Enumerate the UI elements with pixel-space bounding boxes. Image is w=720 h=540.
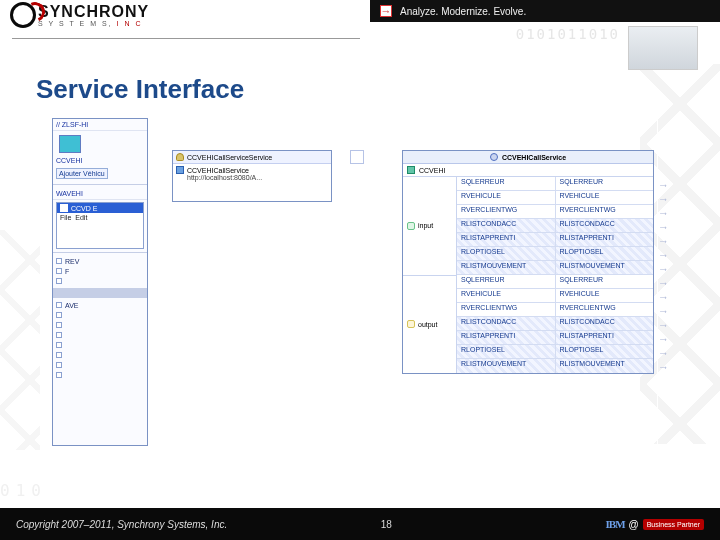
in-cell-b: RLOPTIOSEL [556,247,654,260]
decor-binary-digits: 0101011010 [516,26,620,42]
arrow-right-icon: → [658,332,684,346]
at-icon: @ [629,519,639,530]
palette-code-comment: // ZLSF-HI [53,119,147,131]
brand-logo: SYNCHRONY S Y S T E M S, I N C [10,2,149,28]
mini-window-menubar: File Edit [57,213,143,222]
screen-icon [59,135,81,153]
footer-bar: Copyright 2007–2011, Synchrony Systems, … [0,508,720,540]
diagram-canvas: // ZLSF-HI CCVEHI Ajouter Véhicu WAVEHI … [42,116,658,464]
gear-icon [490,153,498,161]
palette-item-rev: REV [65,258,79,265]
out-cell: RLISTMOUVEMENT [457,359,556,373]
logo-ring-icon [10,2,36,28]
service-table-unit: CCVEHI [419,167,445,174]
io-input-label: input [418,222,433,229]
out-cell: RVERCLIENTWG [457,303,556,316]
window-icon [60,204,68,212]
in-cell: RVERCLIENTWG [457,205,556,218]
in-cell: SQLERREUR [457,177,556,190]
arrow-right-icon: → [658,234,684,248]
service-table: CCVEHICallService CCVEHI input output SQ… [402,150,654,374]
in-cell: RLISTAPPRENTI [457,233,556,246]
in-cell-b: RLISTAPPRENTI [556,233,654,246]
arrow-right-icon: → [658,248,684,262]
brand-subtitle: S Y S T E M S, I N C [38,20,149,27]
arrow-right-icon: → [658,304,684,318]
screen-label: CCVEHI [53,157,147,166]
in-cell-b: SQLERREUR [556,177,654,190]
out-cell-b: RVERCLIENTWG [556,303,654,316]
in-cell: RLOPTIOSEL [457,247,556,260]
io-output-label: output [418,321,437,328]
arrow-right-icon: → [658,178,684,192]
out-cell-b: RLISTAPPRENTI [556,331,654,344]
output-arrow-column: → → → → → → → → → → → → → → [658,178,684,374]
person-icon [176,153,184,161]
module-icon [407,166,415,174]
partner-badge: IBM @ Business Partner [606,518,704,530]
arrow-right-icon: → [658,346,684,360]
palette-items: REV F AVE [53,256,147,380]
service-def-url: http://localhost:8080/A... [173,174,331,183]
io-labels-column: input output [403,177,457,373]
decor-binary: 010 [0,481,47,500]
tagline-text: Analyze. Modernize. Evolve. [400,6,526,17]
in-cell-b: RLISTMOUVEMENT [556,261,654,274]
brand-name: SYNCHRONY [38,4,149,20]
topbar: SYNCHRONY S Y S T E M S, I N C → Analyze… [0,0,720,36]
out-cell-b: RVEHICULE [556,289,654,302]
out-cell-b: RLISTCONDACC [556,317,654,330]
page-number: 18 [381,519,392,530]
arrow-right-icon: → [658,318,684,332]
arrow-right-icon: → [658,360,684,374]
service-definition-box: CCVEHICallServiceService CCVEHICallServi… [172,150,332,202]
arrow-right-icon: → [658,206,684,220]
out-cell: RVEHICULE [457,289,556,302]
copyright-text: Copyright 2007–2011, Synchrony Systems, … [16,519,227,530]
add-vehicle-button[interactable]: Ajouter Véhicu [56,168,108,179]
output-icon [407,320,415,328]
io-grid: SQLERREURSQLERREUR RVEHICULERVEHICULE RV… [457,177,653,373]
arrow-right-icon: → [658,276,684,290]
arrow-right-icon: → [658,192,684,206]
in-cell: RLISTCONDACC [457,219,556,232]
service-def-impl: CCVEHICallService [187,167,249,174]
menu-file[interactable]: File [60,214,71,221]
out-cell: RLOPTIOSEL [457,345,556,358]
out-cell-b: RLISTMOUVEMENT [556,359,654,373]
out-cell-b: SQLERREUR [556,275,654,288]
service-icon [176,166,184,174]
arrow-box-icon: → [380,5,392,17]
ibm-logo: IBM [606,518,625,530]
business-partner-badge: Business Partner [643,519,704,530]
tagline-bar: → Analyze. Modernize. Evolve. [370,0,720,22]
connector-node [350,150,364,164]
palette-item-f: F [65,268,69,275]
out-cell: RLISTCONDACC [457,317,556,330]
palette-panel: // ZLSF-HI CCVEHI Ajouter Véhicu WAVEHI … [52,118,148,446]
slide-title: Service Interface [36,74,244,105]
arrow-right-icon: → [658,220,684,234]
in-cell: RVEHICULE [457,191,556,204]
title-underline [12,38,360,39]
service-table-title: CCVEHICallService [502,154,566,161]
menu-edit[interactable]: Edit [75,214,87,221]
in-cell: RLISTMOUVEMENT [457,261,556,274]
decor-chevrons-left [0,230,40,450]
people-photo [628,26,698,70]
in-cell-b: RVERCLIENTWG [556,205,654,218]
input-icon [407,222,415,230]
arrow-right-icon: → [658,290,684,304]
in-cell-b: RVEHICULE [556,191,654,204]
in-cell-b: RLISTCONDACC [556,219,654,232]
service-def-title: CCVEHICallServiceService [187,154,272,161]
palette-item-ave: AVE [65,302,79,309]
palette-section-2: WAVEHI [53,188,147,200]
mini-window-title: CCVD E [71,205,97,212]
arrow-right-icon: → [658,262,684,276]
out-cell-b: RLOPTIOSEL [556,345,654,358]
out-cell: SQLERREUR [457,275,556,288]
out-cell: RLISTAPPRENTI [457,331,556,344]
